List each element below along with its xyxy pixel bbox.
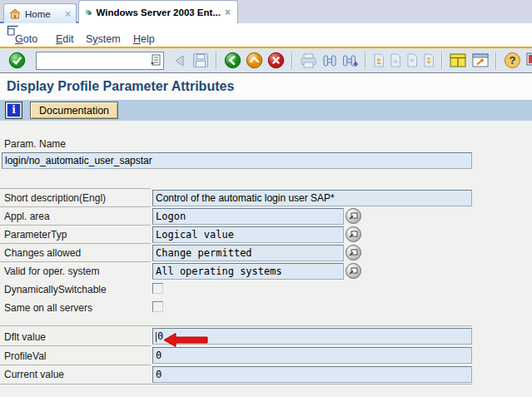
row-separator: [0, 206, 151, 207]
row-separator: [0, 243, 151, 244]
menu-goto[interactable]: Goto: [15, 33, 37, 45]
documentation-button[interactable]: Documentation: [30, 102, 118, 119]
appl-area-f4-button[interactable]: [346, 208, 361, 224]
row-separator: [0, 188, 151, 189]
possible-entries-icon: [349, 231, 358, 238]
command-input[interactable]: [37, 53, 151, 68]
command-field[interactable]: [36, 52, 164, 70]
parameter-typ-field[interactable]: Logical value: [152, 226, 344, 243]
dynamically-switchable-checkbox[interactable]: [152, 283, 163, 294]
tab-active-label: Windows Server 2003 Ent...: [97, 7, 221, 17]
text-cursor: [156, 332, 157, 342]
current-value-field[interactable]: 0: [152, 366, 472, 383]
possible-entries-icon: [349, 212, 358, 220]
menu-edit[interactable]: Edit: [56, 33, 74, 45]
valid-oper-system-field[interactable]: All operating systems: [152, 263, 344, 280]
application-toolbar: i Documentation: [0, 100, 532, 121]
find-next-icon[interactable]: [342, 54, 358, 67]
standard-toolbar: ?: [0, 48, 532, 73]
previous-page-icon[interactable]: [390, 53, 401, 67]
changes-allowed-label: Changes allowed: [4, 247, 81, 259]
dflt-value-label: Dflt value: [4, 331, 46, 343]
sap-session-icon: [86, 7, 92, 18]
param-name-field[interactable]: login/no_automatic_user_sapstar: [2, 152, 472, 169]
same-on-all-servers-checkbox[interactable]: [152, 301, 163, 312]
row-separator: [0, 225, 151, 226]
valid-oper-system-label: Valid for oper. system: [4, 265, 100, 277]
sap-gui-window: Home × Windows Server 2003 Ent... × Goto…: [0, 0, 532, 397]
annotation-arrow-icon: [163, 332, 210, 348]
last-page-icon[interactable]: [423, 53, 435, 67]
row-separator: [0, 325, 472, 326]
tab-home[interactable]: Home ×: [3, 3, 77, 23]
dynamically-switchable-label: DynamicallySwitchable: [4, 284, 107, 295]
first-page-icon[interactable]: [373, 53, 385, 67]
menu-system[interactable]: System: [86, 33, 121, 45]
menu-row: [0, 23, 532, 47]
tab-active-close-icon[interactable]: ×: [225, 7, 231, 18]
cancel-icon[interactable]: [267, 52, 285, 69]
new-session-icon[interactable]: [450, 53, 466, 67]
svg-text:?: ?: [510, 54, 516, 67]
row-separator: [0, 261, 151, 262]
next-page-icon[interactable]: [406, 53, 418, 67]
home-icon: [9, 8, 21, 19]
current-value-label: Current value: [4, 369, 64, 380]
valid-oper-system-f4-button[interactable]: [346, 263, 361, 279]
tab-strip: Home × Windows Server 2003 Ent... ×: [0, 0, 532, 23]
row-separator: [0, 384, 472, 385]
find-icon[interactable]: [322, 54, 337, 67]
profile-val-label: ProfileVal: [4, 350, 46, 362]
back-icon[interactable]: [224, 52, 241, 69]
possible-entries-icon: [349, 267, 358, 275]
help-icon[interactable]: ?: [504, 52, 521, 69]
toolbar-separator: [365, 52, 366, 69]
toolbar-separator: [291, 52, 293, 69]
customize-layout-icon[interactable]: [526, 52, 532, 68]
tab-home-close-icon[interactable]: ×: [65, 8, 71, 20]
tab-windows-server[interactable]: Windows Server 2003 Ent... ×: [78, 0, 238, 23]
appl-area-field[interactable]: Logon: [152, 208, 344, 225]
changes-allowed-field[interactable]: Change permitted: [152, 245, 344, 261]
parameter-typ-label: ParameterTyp: [4, 229, 67, 241]
possible-entries-icon: [349, 249, 358, 256]
param-name-label: Param. Name: [4, 138, 66, 150]
row-separator: [0, 365, 151, 365]
same-on-all-servers-label: Same on all servers: [4, 302, 92, 314]
toolbar-separator: [495, 52, 497, 69]
menu-help[interactable]: Help: [133, 33, 155, 45]
exit-icon[interactable]: [246, 52, 263, 69]
page-title: Display Profile Parameter Attributes: [7, 79, 234, 94]
short-description-field[interactable]: Control of the automatic login user SAP*: [152, 190, 472, 206]
enter-check-icon[interactable]: [8, 52, 26, 69]
info-icon: i: [7, 104, 20, 117]
tab-home-label: Home: [25, 9, 51, 19]
create-shortcut-icon[interactable]: [472, 53, 489, 67]
appl-area-label: Appl. area: [4, 211, 50, 222]
toolbar-separator: [216, 52, 217, 69]
enter-left-arrow-icon[interactable]: [174, 55, 184, 67]
profile-val-field[interactable]: 0: [152, 347, 472, 364]
info-button[interactable]: i: [5, 102, 22, 119]
changes-allowed-f4-button[interactable]: [346, 245, 361, 261]
short-description-label: Short description(Engl): [4, 192, 106, 204]
print-icon[interactable]: [300, 53, 317, 68]
save-icon[interactable]: [192, 52, 209, 68]
toolbar-separator: [441, 52, 443, 69]
command-history-icon[interactable]: [150, 54, 162, 67]
parameter-typ-f4-button[interactable]: [346, 226, 361, 242]
row-separator: [0, 345, 151, 346]
